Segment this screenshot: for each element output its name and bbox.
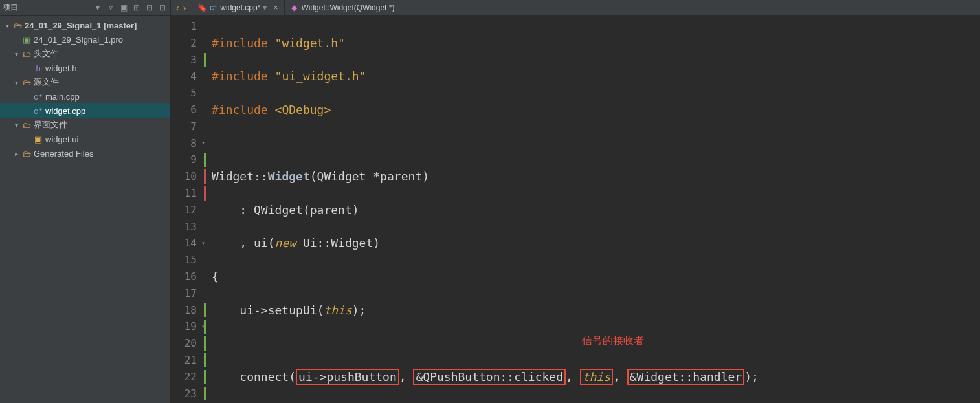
folder-icon: 🗁	[21, 78, 32, 87]
project-tree: ▾ 🗁 24_01_29_Signal_1 [master] ▣ 24_01_2…	[0, 16, 170, 160]
sidebar-title: 项目	[3, 2, 93, 13]
caret-icon[interactable]: ▾	[12, 79, 21, 86]
line-number: 5	[171, 85, 206, 102]
tree-generated-folder[interactable]: ▸ 🗁 Generated Files	[0, 146, 170, 160]
tool-icon[interactable]: ▣	[118, 3, 129, 12]
nav-forward-icon[interactable]: ›	[182, 3, 188, 13]
tab-nav: ‹ ›	[171, 3, 191, 13]
editor-area: ‹ › 🔖 c⁺ widget.cpp* ▾ × ◆ Widget::Widge…	[171, 0, 980, 403]
tree-ui-label: 界面文件	[34, 119, 67, 131]
line-number: 3	[171, 52, 206, 69]
line-number: 9	[171, 151, 206, 168]
line-number: 20	[171, 335, 206, 352]
caret-icon[interactable]: ▾	[3, 22, 12, 29]
code-content[interactable]: #include "widget.h" #include "ui_widget.…	[206, 16, 980, 403]
dropdown-icon[interactable]: ▾	[93, 3, 103, 12]
tab-widget-cpp[interactable]: 🔖 c⁺ widget.cpp* ▾ ×	[191, 0, 285, 16]
line-number: 11	[171, 185, 206, 202]
code-editor[interactable]: 1 2 3 4 5 6 7 8▾ 9 10 11 12 13 14▾ 15 16…	[171, 16, 980, 403]
tree-headers-label: 头文件	[34, 48, 59, 60]
tab-label: widget.cpp*	[220, 3, 260, 12]
line-number: 10	[171, 168, 206, 185]
h-file-icon: h	[32, 63, 44, 73]
line-number: 19▾	[171, 318, 206, 335]
annotation-receiver: 信号的接收者	[582, 332, 644, 349]
line-number: 16	[171, 268, 206, 285]
line-number: 14▾	[171, 235, 206, 252]
fold-icon[interactable]: ▾	[201, 135, 205, 152]
fold-icon[interactable]: ▾	[201, 235, 205, 252]
line-number: 4	[171, 68, 206, 85]
filter-icon[interactable]: ▿	[106, 3, 116, 12]
line-number: 15	[171, 252, 206, 268]
bookmark-icon[interactable]: 🔖	[197, 3, 207, 12]
folder-icon: 🗁	[21, 149, 32, 158]
tree-generated-label: Generated Files	[34, 149, 94, 158]
line-number: 1	[171, 18, 206, 35]
tree-headers-folder[interactable]: ▾ 🗁 头文件	[0, 47, 170, 61]
nav-back-icon[interactable]: ‹	[175, 3, 181, 13]
tree-ui-file-label: widget.ui	[45, 135, 78, 144]
breadcrumb[interactable]: ◆ Widget::Widget(QWidget *)	[285, 3, 401, 12]
connect-sender: ui->pushButton	[296, 369, 399, 385]
ui-file-icon: ▣	[32, 135, 44, 144]
breadcrumb-text: Widget::Widget(QWidget *)	[301, 3, 394, 12]
split-icon[interactable]: ▾	[263, 3, 267, 12]
fold-icon[interactable]: ▾	[201, 318, 205, 335]
gutter: 1 2 3 4 5 6 7 8▾ 9 10 11 12 13 14▾ 15 16…	[171, 16, 206, 403]
tree-pro-file[interactable]: ▣ 24_01_29_Signal_1.pro	[0, 32, 170, 47]
tree-root[interactable]: ▾ 🗁 24_01_29_Signal_1 [master]	[0, 18, 170, 32]
connect-handler: &Widget::handler	[627, 369, 744, 385]
cpp-file-icon: c⁺	[32, 106, 44, 116]
line-number: 21	[171, 352, 206, 369]
line-number: 17	[171, 285, 206, 302]
cpp-file-icon: c⁺	[32, 92, 44, 102]
expand-icon[interactable]: ⊞	[131, 3, 142, 12]
tree-sources-folder[interactable]: ▾ 🗁 源文件	[0, 75, 170, 89]
connect-signal: &QPushButton::clicked	[413, 369, 566, 385]
sidebar-header: 项目 ▾ ▿ ▣ ⊞ ⊟ ⊡	[0, 0, 170, 16]
tree-widget-cpp[interactable]: c⁺ widget.cpp	[0, 103, 170, 118]
line-number: 22	[171, 369, 206, 386]
tree-root-label: 24_01_29_Signal_1 [master]	[25, 21, 137, 30]
sidebar-toolbar: ▾ ▿ ▣ ⊞ ⊟ ⊡	[93, 3, 168, 12]
sync-icon[interactable]: ⊡	[157, 3, 168, 12]
line-number: 12	[171, 202, 206, 219]
project-icon: 🗁	[12, 21, 23, 30]
project-sidebar: 项目 ▾ ▿ ▣ ⊞ ⊟ ⊡ ▾ 🗁 24_01_29_Signal_1 [ma…	[0, 0, 171, 403]
tree-ui-file[interactable]: ▣ widget.ui	[0, 132, 170, 146]
line-number: 6	[171, 102, 206, 118]
diamond-icon: ◆	[291, 3, 297, 12]
line-number: 2	[171, 35, 206, 52]
folder-icon: 🗁	[21, 120, 32, 130]
tree-header-file[interactable]: h widget.h	[0, 61, 170, 75]
connect-receiver: this	[580, 369, 613, 385]
cpp-file-icon: c⁺	[210, 3, 217, 12]
tab-bar: ‹ › 🔖 c⁺ widget.cpp* ▾ × ◆ Widget::Widge…	[171, 0, 980, 16]
tree-main-cpp[interactable]: c⁺ main.cpp	[0, 89, 170, 103]
line-number: 13	[171, 219, 206, 235]
tree-widget-label: widget.cpp	[45, 106, 85, 116]
tree-header-file-label: widget.h	[45, 63, 76, 73]
tree-pro-label: 24_01_29_Signal_1.pro	[34, 35, 123, 45]
line-number: 8▾	[171, 135, 206, 152]
folder-icon: 🗁	[21, 49, 32, 59]
line-number: 23	[171, 386, 206, 402]
close-icon[interactable]: ×	[273, 3, 278, 12]
tree-main-label: main.cpp	[45, 92, 80, 102]
tree-ui-folder[interactable]: ▾ 🗁 界面文件	[0, 118, 170, 132]
collapse-icon[interactable]: ⊟	[144, 3, 155, 12]
line-number: 7	[171, 118, 206, 135]
line-number: 18	[171, 302, 206, 319]
tree-sources-label: 源文件	[34, 76, 59, 88]
caret-icon[interactable]: ▸	[12, 150, 21, 157]
caret-icon[interactable]: ▾	[12, 122, 21, 129]
caret-icon[interactable]: ▾	[12, 50, 21, 58]
pro-file-icon: ▣	[21, 35, 32, 45]
